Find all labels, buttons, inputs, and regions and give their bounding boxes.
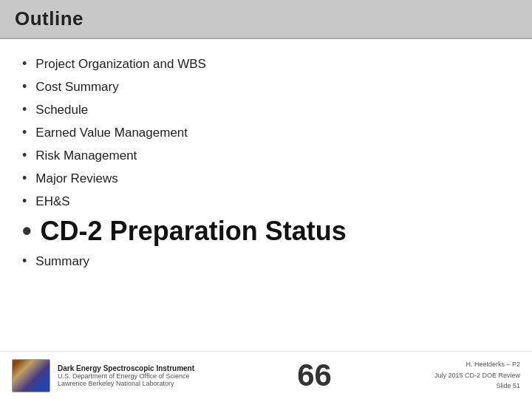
- bullet-dot: •: [22, 56, 27, 72]
- footer-page-number: 66: [289, 358, 341, 393]
- bullet-dot: •: [22, 194, 27, 209]
- list-item: • Summary: [22, 250, 510, 273]
- slide-content: • Project Organization and WBS • Cost Su…: [0, 39, 532, 351]
- bullet-dot: •: [22, 148, 27, 163]
- footer-instrument-title: Dark Energy Spectroscopic Instrument: [58, 364, 194, 372]
- list-item: • Project Organization and WBS: [22, 52, 510, 75]
- footer-right-line2: July 2015 CD-2 DOE Review: [434, 370, 520, 381]
- footer-right-text: H. Heetderks – P2 July 2015 CD-2 DOE Rev…: [434, 359, 520, 391]
- bullet-dot: •: [22, 253, 27, 269]
- bullet-text: EH&S: [35, 194, 69, 209]
- bullet-text: Project Organization and WBS: [35, 57, 206, 72]
- slide-title: Outline: [15, 7, 83, 30]
- footer-logo-area: Dark Energy Spectroscopic Instrument U.S…: [12, 359, 194, 392]
- bullet-text: Risk Management: [35, 149, 137, 163]
- bullet-text: Cost Summary: [35, 80, 118, 95]
- bullet-dot: •: [22, 125, 27, 140]
- bullet-dot: •: [22, 102, 27, 117]
- bullet-dot: •: [22, 216, 32, 247]
- list-item: • Schedule: [22, 98, 510, 121]
- list-item: • Earned Value Management: [22, 121, 510, 144]
- footer-right-line1: H. Heetderks – P2: [434, 359, 520, 369]
- footer-subtitle-line2: Lawrence Berkeley National Laboratory: [58, 380, 194, 387]
- bullet-text: Schedule: [35, 103, 88, 117]
- bullet-text: Major Reviews: [35, 171, 117, 186]
- bullet-text: Summary: [35, 254, 89, 269]
- list-item: • EH&S: [22, 190, 510, 213]
- footer-thumbnail-image: [12, 359, 50, 392]
- list-item: • Cost Summary: [22, 75, 510, 98]
- bullet-dot: •: [22, 171, 27, 186]
- list-item-highlighted: • CD-2 Preparation Status: [22, 213, 510, 250]
- slide-header: Outline: [0, 0, 532, 39]
- footer-subtitle-line1: U.S. Department of Energy Office of Scie…: [58, 372, 194, 380]
- footer-text-block: Dark Energy Spectroscopic Instrument U.S…: [58, 364, 194, 387]
- footer-right-line3: Slide 51: [434, 381, 520, 391]
- list-item: • Major Reviews: [22, 167, 510, 190]
- slide: Outline • Project Organization and WBS •…: [0, 0, 532, 399]
- slide-footer: Dark Energy Spectroscopic Instrument U.S…: [0, 351, 532, 399]
- list-item: • Risk Management: [22, 144, 510, 167]
- bullet-text: Earned Value Management: [35, 126, 188, 140]
- bullet-text-large: CD-2 Preparation Status: [41, 216, 347, 247]
- bullet-list: • Project Organization and WBS • Cost Su…: [22, 52, 510, 273]
- bullet-dot: •: [22, 79, 27, 95]
